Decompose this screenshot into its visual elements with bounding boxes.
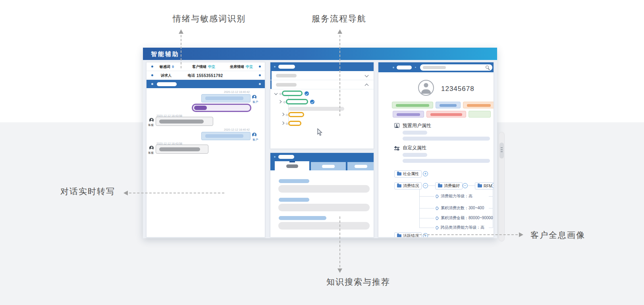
caret-right-icon[interactable] xyxy=(281,113,284,116)
service-flow-panel xyxy=(270,62,374,149)
attribute-placeholder-bar xyxy=(403,153,427,157)
tag-text-placeholder xyxy=(467,104,491,107)
collapse-minus-icon[interactable]: − xyxy=(463,183,468,188)
flow-section-collapsed[interactable] xyxy=(270,71,374,80)
tag-text-placeholder xyxy=(397,113,420,116)
node-consumption[interactable]: 消费情况 xyxy=(394,182,422,189)
agent-avatar-icon xyxy=(149,118,154,122)
flow-section-expanded[interactable] xyxy=(270,80,374,89)
step-description-placeholder xyxy=(289,107,344,111)
leaf-text: 累积消费金额：80000~90000 xyxy=(441,215,493,221)
highlighted-message-bubble xyxy=(192,104,251,112)
flow-step-done[interactable] xyxy=(286,99,308,104)
chevron-down-icon xyxy=(365,73,369,77)
agent-avatar-icon xyxy=(149,146,154,150)
stat-value: 中立 xyxy=(208,64,215,69)
message-text-placeholder xyxy=(159,147,200,151)
annotation-knowledge-label: 知识搜索与推荐 xyxy=(326,276,390,288)
flow-step-done[interactable] xyxy=(282,91,303,96)
annotation-knowledge-line xyxy=(339,216,340,267)
feature-diagram: 情绪与敏感词识别 服务流程导航 对话实时转写 知识搜索与推荐 客户全息画像 智能… xyxy=(0,0,644,305)
expand-plus-icon[interactable]: + xyxy=(423,233,428,237)
folder-icon xyxy=(397,234,401,237)
caret-right-icon[interactable] xyxy=(278,100,282,103)
bullet-icon xyxy=(259,83,261,85)
tree-connector xyxy=(419,208,434,208)
tag-icon xyxy=(435,226,439,230)
bullet-icon xyxy=(415,67,416,68)
node-preference[interactable]: 消费偏好 xyxy=(435,182,463,189)
session-title-bar xyxy=(147,80,265,88)
collapse-minus-icon[interactable]: − xyxy=(423,183,428,188)
attribute-leaf: 跨品类消费能力等级：高 xyxy=(436,225,484,230)
panel-title-placeholder xyxy=(278,155,294,159)
preset-attributes-title: 预置用户属性 xyxy=(403,122,431,129)
page-scrollbar[interactable] xyxy=(499,132,505,241)
accent-bar xyxy=(270,80,272,89)
tree-connector xyxy=(489,196,493,197)
node-social-attributes[interactable]: 社会属性 xyxy=(394,170,422,178)
tab-inactive[interactable] xyxy=(347,162,374,170)
result-title-placeholder xyxy=(279,216,326,220)
result-title-placeholder xyxy=(279,179,309,183)
leaf-text: 消费能力等级：高 xyxy=(441,193,472,199)
arrow-left-icon xyxy=(123,191,128,195)
tab-inactive[interactable] xyxy=(311,162,346,170)
arrow-down-icon xyxy=(337,268,342,273)
folder-icon xyxy=(397,172,401,176)
customer-id: 12345678 xyxy=(441,85,474,93)
caret-right-icon[interactable] xyxy=(281,122,284,125)
folder-icon xyxy=(438,184,442,187)
customer-profile-panel: 12345678 预置用户属性 自定义属性 社会属性 xyxy=(378,62,494,237)
attribute-leaf: 消费能力等级：高 xyxy=(436,193,472,199)
tag-text-placeholder xyxy=(440,104,457,107)
customer-role-label: 客户 xyxy=(253,138,258,142)
scrollbar-thumb[interactable] xyxy=(499,143,504,158)
node-label: 消费偏好 xyxy=(444,183,460,189)
flow-step-pending[interactable] xyxy=(288,112,304,117)
message-text-placeholder xyxy=(205,134,243,138)
profile-tag xyxy=(426,111,466,118)
node-label: 活跃情况 xyxy=(403,233,419,237)
agent-role-label: 客服 xyxy=(148,123,154,127)
search-input[interactable] xyxy=(420,64,492,71)
annotation-transcript-label: 对话实时转写 xyxy=(60,186,115,197)
bullet-icon xyxy=(259,74,261,76)
tree-connector xyxy=(419,196,434,197)
node-port-icon xyxy=(286,114,288,116)
window-header: 智能辅助 xyxy=(143,48,497,60)
contact-row: 诉求人 电话 15553551792 xyxy=(147,71,265,80)
knowledge-results[interactable] xyxy=(270,170,374,237)
flow-step-pending[interactable] xyxy=(288,121,301,126)
profile-tag-row xyxy=(393,111,491,118)
profile-tag xyxy=(392,102,433,108)
custom-attributes-title: 自定义属性 xyxy=(403,145,426,151)
annotation-emotion-label: 情绪与敏感词识别 xyxy=(173,13,246,24)
section-title-placeholder xyxy=(276,83,297,87)
node-label: RFM xyxy=(484,184,492,188)
toggle-glyph: − xyxy=(493,184,494,188)
search-icon xyxy=(486,66,489,69)
chat-area[interactable]: 2020-12-12 16:40:42 客户 2020-12-12 16:43:… xyxy=(147,88,265,237)
caret-down-icon[interactable] xyxy=(274,92,278,95)
knowledge-tabs xyxy=(270,161,374,170)
tab-label-placeholder xyxy=(355,165,367,168)
bullet-icon xyxy=(393,67,394,68)
tag-text-placeholder xyxy=(430,113,462,116)
annotation-flow-line xyxy=(339,35,340,116)
annotation-flow-label: 服务流程导航 xyxy=(312,13,366,24)
bullet-icon xyxy=(151,66,153,68)
bullet-icon xyxy=(151,74,153,76)
customer-avatar-icon xyxy=(252,95,256,99)
sensitive-word-stat: 敏感词 0 xyxy=(160,62,174,71)
assist-window: 智能辅助 敏感词 0 客户情绪 中立 坐席情绪 中立 xyxy=(143,48,497,238)
tab-active[interactable] xyxy=(275,161,309,170)
node-label: 消费情况 xyxy=(403,183,419,189)
expand-plus-icon[interactable]: + xyxy=(423,171,428,176)
node-rfm[interactable]: RFM xyxy=(475,182,494,189)
collapse-minus-icon[interactable]: − xyxy=(492,183,494,188)
node-port-icon xyxy=(283,101,285,103)
profile-tag xyxy=(393,111,424,118)
toggle-glyph: − xyxy=(464,184,467,188)
result-snippet-placeholder xyxy=(278,204,370,211)
